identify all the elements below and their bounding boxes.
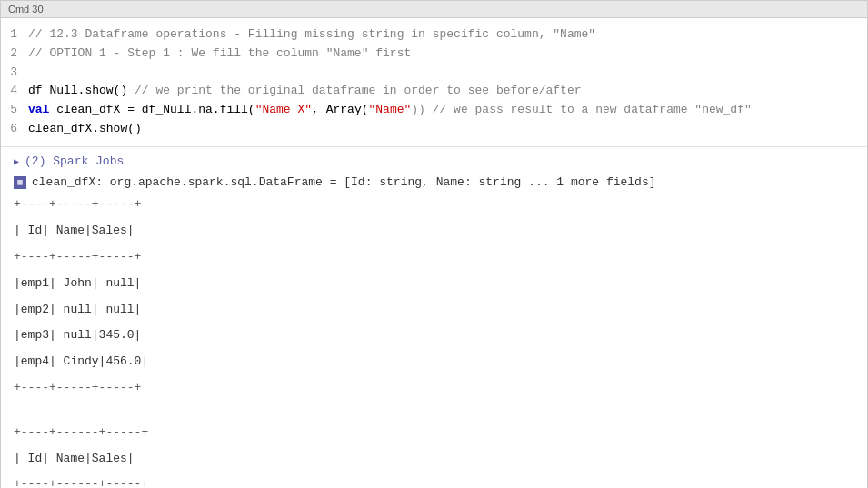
line-number: 4 xyxy=(1,82,28,101)
line-number: 1 xyxy=(1,25,28,45)
code-line: 5val clean_dfX = df_Null.na.fill("Name X… xyxy=(1,101,867,120)
table2: +----+------+-----+| Id| Name|Sales|+---… xyxy=(14,423,858,488)
line-number: 2 xyxy=(1,45,28,64)
table-line: | Id| Name|Sales| xyxy=(14,222,858,241)
code-token: val xyxy=(28,101,49,120)
output-area: (2) Spark Jobs ▦ clean_dfX: org.apache.s… xyxy=(1,147,867,488)
code-line: 2// OPTION 1 - Step 1 : We fill the colu… xyxy=(1,45,867,64)
code-token: clean_dfX xyxy=(28,120,92,139)
code-area: 1// 12.3 Dataframe operations - Filling … xyxy=(1,18,867,147)
table-line: +----+-----+-----+ xyxy=(14,248,858,267)
code-token: , Array( xyxy=(312,101,368,120)
code-line: 4df_Null.show() // we print the original… xyxy=(1,82,867,101)
table-line: |emp2| null| null| xyxy=(14,301,858,320)
table-line: +----+------+-----+ xyxy=(14,475,858,488)
table-line: | Id| Name|Sales| xyxy=(14,450,858,469)
code-token: df_Null xyxy=(28,82,78,101)
code-token: .show() xyxy=(92,120,142,139)
table-line: |emp1| John| null| xyxy=(14,274,858,294)
spark-jobs-label: (2) Spark Jobs xyxy=(25,154,124,168)
table-line: |emp4| Cindy|456.0| xyxy=(14,353,858,372)
title-label: Cmd 30 xyxy=(8,4,44,15)
dataframe-result-text: clean_dfX: org.apache.spark.sql.DataFram… xyxy=(32,174,656,193)
table-line: |emp3| null|345.0| xyxy=(14,326,858,345)
code-token: clean_dfX = df_Null.na.fill( xyxy=(49,101,254,120)
code-token: .show() xyxy=(78,82,128,101)
code-token: "Name X" xyxy=(255,101,312,120)
code-line: 3 xyxy=(1,64,867,83)
line-number: 3 xyxy=(1,64,28,83)
notebook-window: Cmd 30 1// 12.3 Dataframe operations - F… xyxy=(0,0,868,488)
table1: +----+-----+-----+| Id| Name|Sales|+----… xyxy=(14,195,858,397)
cell-container: 1// 12.3 Dataframe operations - Filling … xyxy=(1,18,867,488)
table-line: +----+-----+-----+ xyxy=(14,379,858,398)
dataframe-icon: ▦ xyxy=(14,176,26,189)
code-token: // OPTION 1 - Step 1 : We fill the colum… xyxy=(28,45,411,64)
spark-jobs-toggle[interactable]: (2) Spark Jobs xyxy=(14,153,858,172)
code-token: // 12.3 Dataframe operations - Filling m… xyxy=(28,25,595,45)
line-number: 6 xyxy=(1,120,28,139)
dataframe-result-line: ▦ clean_dfX: org.apache.spark.sql.DataFr… xyxy=(14,174,858,193)
code-token: )) // we pass result to a new dataframe … xyxy=(411,101,751,120)
line-number: 5 xyxy=(1,101,28,120)
title-bar: Cmd 30 xyxy=(1,1,867,18)
table-line: +----+-----+-----+ xyxy=(14,195,858,214)
code-line: 6clean_dfX.show() xyxy=(1,120,867,139)
table-line: +----+------+-----+ xyxy=(14,423,858,443)
code-token: "Name" xyxy=(369,101,412,120)
code-line: 1// 12.3 Dataframe operations - Filling … xyxy=(1,25,867,45)
code-token: // we print the original dataframe in or… xyxy=(127,82,581,101)
